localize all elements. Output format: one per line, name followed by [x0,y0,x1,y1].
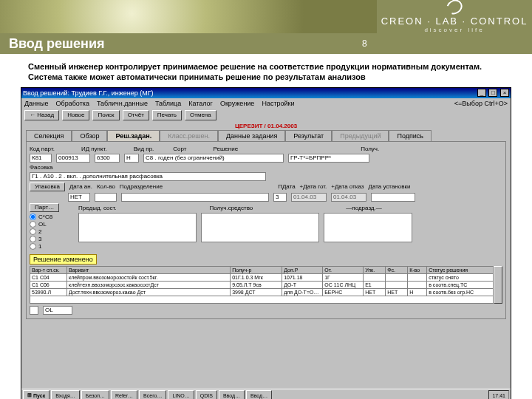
fld-fasovka[interactable]: Г1 . А10 . 2 . вкл. . дополнительная рас… [30,172,266,181]
brand-logo-icon [444,0,466,17]
maximize-icon[interactable]: □ [488,89,497,97]
task-item[interactable]: Всего… [139,390,166,399]
table-scrollbar[interactable] [494,266,502,304]
slide-description: Сменный инженер контролирует принимаемое… [0,54,532,87]
table-row[interactable]: 53990.ЛДост.техн.ввозомороз.какао Дст399… [30,288,494,296]
slide-banner: CREON · LAB · CONTROL discover life [0,0,532,33]
new-button[interactable]: Новое [62,110,89,120]
task-item[interactable]: LINO… [168,390,194,399]
lbl-pdata: ПДата [278,183,295,190]
menu-item[interactable]: Данные [24,100,49,107]
fld-vidpo[interactable]: 6300 [95,154,120,163]
lbl-poluch: Получ. [361,146,379,152]
box-poluchsr[interactable] [201,213,319,242]
empty-area [21,322,511,389]
app-titlebar[interactable]: Ввод решений: Трудиев Г.Г., инженер (МГ)… [21,88,511,98]
minimize-icon[interactable]: _ [477,89,486,97]
search-button[interactable]: Поиск [92,110,119,120]
btn-upak[interactable]: Упаковка [30,183,65,191]
lbl-vidpo: Вид пр. [134,146,154,152]
row-block-labels: Упаковка Дата ан. Кол-во Подразделение П… [30,183,502,191]
fld-podr[interactable] [121,193,269,202]
task-item[interactable]: Входя… [51,390,80,399]
brand-tag: discover life [424,27,484,33]
table-head: Вар-т сп.ск. Вариант Получ-р Доп.Р От. У… [30,266,494,273]
fld-poluch[interactable]: ГР-Т*=БРПРР* [288,154,369,163]
system-tray[interactable]: 17:41 [488,390,509,399]
fld-sort[interactable]: Н [124,154,139,163]
task-item[interactable]: Безоп… [81,390,109,399]
radio-opt[interactable]: 2 [30,228,74,235]
tab-klass[interactable]: Класс.решен. [160,130,218,141]
menu-bar: Данные Обработка Табличн.данные Таблица … [21,98,511,109]
close-icon[interactable]: × [500,89,509,97]
lbl-datagot: +Дата гот. [300,183,327,190]
menu-item[interactable]: Каталог [188,100,213,107]
lbl-poluchsr: Получ.средство [210,205,253,211]
fld-kolvo[interactable] [95,193,117,202]
window-buttons: _ □ × [477,89,509,97]
cancel-button[interactable]: Отмена [185,110,216,120]
task-item[interactable]: Ввод… [219,390,245,399]
menu-item[interactable]: Таблица [155,100,181,107]
radio-opt[interactable]: OL [30,221,74,228]
task-item[interactable]: Ввод… [246,390,272,399]
menu-item[interactable]: Обработка [56,100,89,107]
tab-sign[interactable]: Подпись [389,130,432,141]
lbl-prev: Предыд. сост. [78,205,117,211]
fld-kodpart[interactable]: К81 [30,154,52,163]
brand-name: CREON · LAB · CONTROL [381,16,528,27]
table-row[interactable] [30,296,494,303]
row-ids: Код парт. ИД пункт. Вид пр. Сорт Решение… [30,146,502,152]
fld-dataotk[interactable]: 01.04.03 [331,193,366,202]
radio-group: С*С8 OL 2 3 1 [30,214,74,250]
box-prev[interactable] [78,213,197,242]
toolbar-right[interactable]: <=Выбор Ctrl+O> [454,100,508,107]
tab-overview[interactable]: Обзор [72,130,107,141]
lbl-idpyt: ИД пункт. [81,146,107,152]
lbl-podr2: —подразд.— [346,205,381,211]
clock: 17:41 [492,393,505,398]
slide-page: 8 [362,38,367,49]
fld-reshenie[interactable]: С8 . годен (без ограничений) [143,154,284,163]
start-button[interactable]: ⊞ Пуск [23,390,50,399]
report-button[interactable]: Отчёт [123,110,149,120]
fld-datagot[interactable]: 01.04.03 [291,193,327,202]
radio-opt[interactable]: 1 [30,243,74,250]
checkbox[interactable] [30,306,38,315]
back-button[interactable]: ← Назад [24,110,59,120]
box-podr[interactable] [324,213,412,242]
tab-result[interactable]: Результат [285,130,332,141]
tab-prev[interactable]: Предыдущий [332,130,389,141]
main-panel: Код парт. ИД пункт. Вид пр. Сорт Решение… [26,141,506,319]
fld-dataan[interactable]: НЕТ [68,193,90,202]
fld-idpyt[interactable]: 000913 [56,154,90,163]
fld-dataust[interactable] [371,193,415,202]
lbl-podr: Подразделение [120,183,163,190]
menu-item[interactable]: Окружение [220,100,254,107]
tab-data[interactable]: Данные задания [218,130,285,141]
print-button[interactable]: Печать [152,110,182,120]
decision-table: Вар-т сп.ск. Вариант Получ-р Доп.Р От. У… [30,266,494,304]
tab-selection[interactable]: Селекция [26,130,72,141]
banner-image [0,0,377,33]
tab-resh[interactable]: Реш.задан. [107,130,160,141]
menu-item[interactable]: Табличн.данные [97,100,148,107]
table-row[interactable]: С1 С06клейтехн.ввозоморозос.какаосостДст… [30,281,494,288]
menu-item[interactable]: Настройки [262,100,294,107]
task-item[interactable]: QDIS [196,390,217,399]
toolbar: ← Назад Новое Поиск Отчёт Печать Отмена [21,109,511,122]
brand-block: CREON · LAB · CONTROL discover life [377,0,532,33]
fld-pdata[interactable]: 3 [273,193,287,202]
taskbar: ⊞ Пуск Входя… Безоп… Refer… Всего… LINO…… [21,389,511,399]
radio-opt[interactable]: 3 [30,236,74,242]
task-item[interactable]: Refer… [111,390,137,399]
radio-opt[interactable]: С*С8 [30,214,74,220]
fld-bottom-sel[interactable]: OL [43,306,72,315]
table-row[interactable]: С1 С04клейпром.ввозоморозостойк сост.5кг… [30,273,494,281]
tab-strip: Селекция Обзор Реш.задан. Класс.решен. Д… [21,130,511,141]
slide-titlebar: Ввод решения 8 [0,33,532,54]
btn-part[interactable]: Парт… [30,203,59,212]
row-block-vals: НЕТ 3 01.04.03 01.04.03 [30,193,502,202]
lbl-sort: Сорт [173,146,186,152]
